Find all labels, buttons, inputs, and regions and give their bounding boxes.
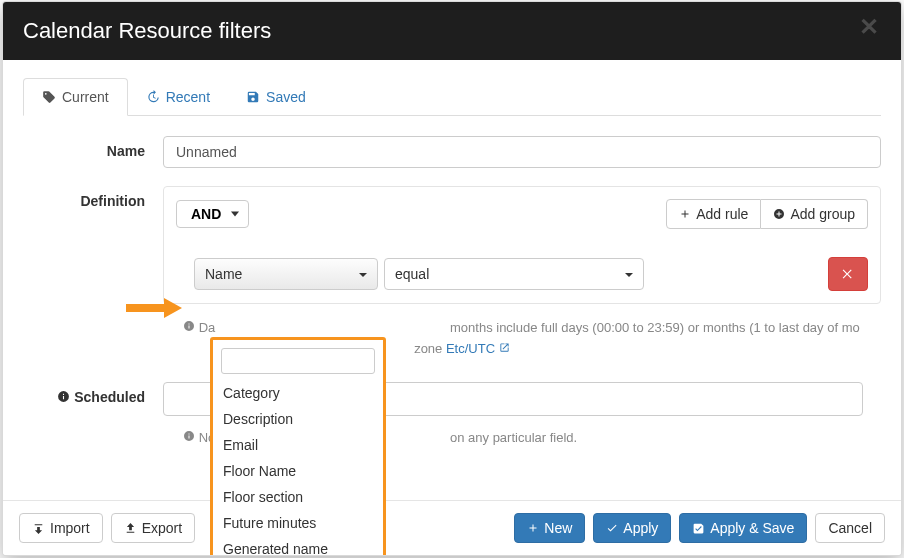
check-icon bbox=[606, 522, 618, 534]
dropdown-item[interactable]: Category bbox=[213, 380, 383, 406]
tab-recent-label: Recent bbox=[166, 89, 210, 105]
apply-button[interactable]: Apply bbox=[593, 513, 671, 543]
modal-body: Current Recent Saved Name bbox=[3, 60, 901, 510]
tab-recent[interactable]: Recent bbox=[128, 78, 228, 115]
row-definition: Definition AND bbox=[23, 186, 881, 304]
add-rule-button[interactable]: Add rule bbox=[666, 199, 761, 229]
field-dropdown: Category Description Email Floor Name Fl… bbox=[210, 337, 386, 556]
apply-label: Apply bbox=[623, 520, 658, 536]
add-group-label: Add group bbox=[790, 206, 855, 222]
plus-icon bbox=[527, 522, 539, 534]
query-builder: AND Add rule bbox=[163, 186, 881, 304]
tab-saved[interactable]: Saved bbox=[228, 78, 324, 115]
date-hint-tz-label: zone bbox=[414, 341, 446, 356]
dropdown-search-input[interactable] bbox=[221, 348, 375, 374]
cancel-button[interactable]: Cancel bbox=[815, 513, 885, 543]
info-icon bbox=[183, 318, 195, 339]
modal-title: Calendar Resource filters bbox=[23, 18, 881, 44]
info-icon bbox=[183, 428, 195, 449]
definition-label: Definition bbox=[23, 186, 163, 209]
sched-hint-b: on any particular field. bbox=[450, 430, 577, 445]
chevron-down-icon bbox=[625, 273, 633, 277]
tag-icon bbox=[42, 90, 56, 104]
chevron-down-icon bbox=[359, 273, 367, 277]
history-icon bbox=[146, 90, 160, 104]
save-icon bbox=[246, 90, 260, 104]
rule-row: Name equal bbox=[194, 257, 868, 291]
operator-select[interactable]: equal bbox=[384, 258, 644, 290]
dropdown-list: Category Description Email Floor Name Fl… bbox=[213, 380, 383, 556]
new-label: New bbox=[544, 520, 572, 536]
modal-header: Calendar Resource filters ✕ bbox=[3, 2, 901, 60]
row-name: Name bbox=[23, 136, 881, 168]
plus-icon bbox=[679, 208, 691, 220]
export-button[interactable]: Export bbox=[111, 513, 195, 543]
save-check-icon bbox=[692, 522, 705, 535]
add-rule-label: Add rule bbox=[696, 206, 748, 222]
timezone-link[interactable]: Etc/UTC bbox=[446, 341, 510, 356]
modal-footer: Import Export New Apply Apply & Save bbox=[3, 500, 901, 555]
export-icon bbox=[124, 522, 137, 535]
field-select-value: Name bbox=[205, 266, 242, 282]
name-input[interactable] bbox=[163, 136, 881, 168]
external-link-icon bbox=[499, 339, 510, 360]
tab-saved-label: Saved bbox=[266, 89, 306, 105]
date-hint-a: Da bbox=[199, 320, 216, 335]
operator-select-value: equal bbox=[395, 266, 429, 282]
dropdown-item[interactable]: Floor section bbox=[213, 484, 383, 510]
import-button[interactable]: Import bbox=[19, 513, 103, 543]
tabs: Current Recent Saved bbox=[23, 78, 881, 116]
import-label: Import bbox=[50, 520, 90, 536]
row-scheduled: Scheduled bbox=[23, 382, 881, 416]
name-label: Name bbox=[23, 136, 163, 159]
tab-current-label: Current bbox=[62, 89, 109, 105]
tab-current[interactable]: Current bbox=[23, 78, 128, 116]
info-icon bbox=[57, 390, 70, 403]
dropdown-item[interactable]: Floor Name bbox=[213, 458, 383, 484]
close-icon bbox=[841, 267, 855, 281]
condition-select[interactable]: AND bbox=[176, 200, 249, 228]
modal-dialog: Calendar Resource filters ✕ Current Rece… bbox=[2, 1, 902, 556]
export-label: Export bbox=[142, 520, 182, 536]
plus-circle-icon bbox=[773, 208, 785, 220]
date-hint-b: months include full days (00:00 to 23:59… bbox=[450, 320, 860, 335]
new-button[interactable]: New bbox=[514, 513, 585, 543]
add-group-button[interactable]: Add group bbox=[761, 199, 868, 229]
dropdown-item[interactable]: Description bbox=[213, 406, 383, 432]
dropdown-item[interactable]: Email bbox=[213, 432, 383, 458]
field-select[interactable]: Name bbox=[194, 258, 378, 290]
dropdown-item[interactable]: Future minutes bbox=[213, 510, 383, 536]
import-icon bbox=[32, 522, 45, 535]
dropdown-item[interactable]: Generated name bbox=[213, 536, 383, 556]
apply-save-label: Apply & Save bbox=[710, 520, 794, 536]
builder-actions: Add rule Add group bbox=[666, 199, 868, 229]
close-icon: ✕ bbox=[859, 13, 879, 41]
form-area: Name Definition AND bbox=[23, 116, 881, 448]
apply-save-button[interactable]: Apply & Save bbox=[679, 513, 807, 543]
cancel-label: Cancel bbox=[828, 520, 872, 536]
close-button[interactable]: ✕ bbox=[853, 12, 885, 42]
delete-rule-button[interactable] bbox=[828, 257, 868, 291]
scheduled-label: Scheduled bbox=[23, 382, 163, 405]
